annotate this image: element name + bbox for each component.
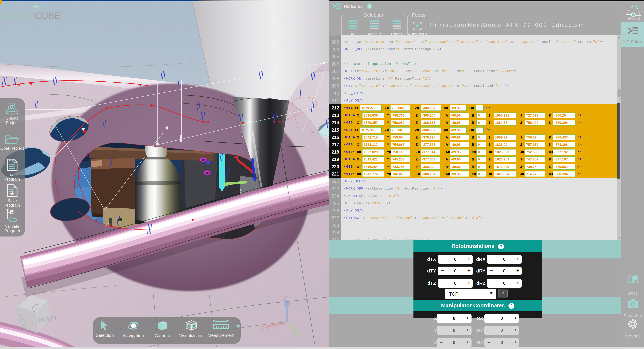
svg-text:i: i [636, 276, 636, 280]
svg-text:fast: fast [2, 8, 32, 22]
svg-text:CUBE: CUBE [34, 10, 61, 21]
svg-text:PRG: PRG [8, 160, 13, 162]
